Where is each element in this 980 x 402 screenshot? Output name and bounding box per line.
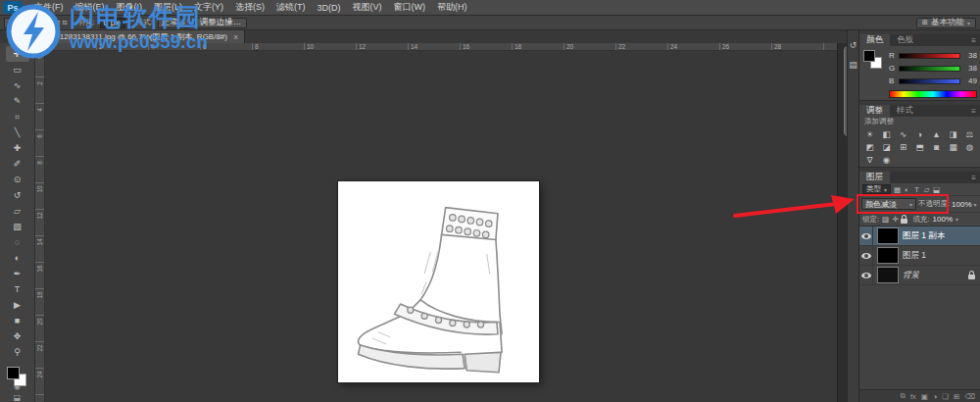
black-white-icon[interactable]: ◩	[861, 140, 878, 153]
history-panel-icon[interactable]: ↺	[850, 40, 858, 50]
layer-name[interactable]: 图层 1	[903, 250, 926, 262]
menu-item[interactable]: 文件(F)	[28, 0, 70, 15]
shape-filter-icon[interactable]: ▱	[922, 185, 931, 194]
gradient-tool-icon[interactable]: ▧	[6, 219, 29, 234]
panel-menu-icon[interactable]: ≡	[967, 105, 980, 117]
workspace-switcher-button[interactable]: ⊞ 基本功能 ▾	[916, 18, 976, 28]
curves-icon[interactable]: ∿	[895, 127, 911, 140]
gradient-map-icon[interactable]: ∇	[861, 153, 878, 166]
move-tool-icon[interactable]: ✛	[6, 46, 29, 62]
path-selection-tool-icon[interactable]: ▶	[6, 297, 29, 313]
layer-row-layer-1[interactable]: 图层 1	[859, 246, 980, 266]
channel-mixer-icon[interactable]: ⊞	[895, 140, 911, 153]
exposure-icon[interactable]: ◑	[911, 127, 928, 140]
eraser-tool-icon[interactable]: ▱	[6, 203, 29, 219]
pixel-filter-icon[interactable]: ▦	[893, 185, 902, 194]
zoom-tool-icon[interactable]: ⚲	[6, 344, 29, 360]
visibility-cell[interactable]	[859, 246, 873, 265]
dodge-tool-icon[interactable]: ◐	[6, 250, 29, 266]
layer-row-layer-1-copy[interactable]: 图层 1 副本	[859, 226, 980, 246]
selection-mode-icon[interactable]: ⧉	[48, 18, 54, 27]
foreground-color-swatch[interactable]	[7, 367, 20, 379]
posterize-icon[interactable]: ▦	[945, 140, 961, 153]
lock-all-icon[interactable]	[901, 219, 907, 224]
menu-item[interactable]: 图层(L)	[148, 0, 188, 15]
adjustment-layer-icon[interactable]: ◑	[933, 392, 938, 401]
tool-preset-icon[interactable]: ▭	[4, 18, 20, 28]
refine-edge-button[interactable]: 调整边缘…	[194, 18, 248, 28]
tool-preset-caret-icon[interactable]: ▾	[24, 20, 27, 26]
eyedropper-tool-icon[interactable]: ╲	[6, 125, 29, 140]
properties-panel-icon[interactable]: ▤	[849, 60, 858, 70]
color-balance-icon[interactable]: ⚖	[961, 127, 978, 140]
document-image[interactable]	[338, 181, 539, 382]
menu-item[interactable]: 图像(I)	[111, 0, 149, 15]
delete-layer-icon[interactable]: ⌫	[964, 392, 975, 401]
visibility-cell[interactable]	[859, 266, 873, 284]
panel-menu-icon[interactable]: ≡	[967, 172, 980, 183]
visibility-cell[interactable]	[859, 226, 873, 245]
lock-transparency-icon[interactable]: ▨	[882, 215, 889, 224]
canvas-area[interactable]	[45, 51, 837, 402]
layer-thumbnail[interactable]	[878, 268, 898, 282]
vertical-scrollbar[interactable]	[837, 43, 847, 402]
brush-tool-icon[interactable]: ✐	[6, 156, 29, 172]
color-spectrum-bar[interactable]	[889, 90, 977, 98]
menu-item[interactable]: 选择(S)	[229, 0, 270, 15]
tab-swatches[interactable]: 色板	[890, 34, 920, 46]
tab-layers[interactable]: 图层	[859, 172, 890, 183]
layer-name[interactable]: 背景	[903, 270, 919, 281]
menu-item[interactable]: 文字(Y)	[188, 0, 229, 15]
clone-stamp-tool-icon[interactable]: ⊙	[6, 172, 29, 187]
blend-mode-dropdown[interactable]: 颜色减淡 ▾	[861, 198, 916, 210]
smart-object-filter-icon[interactable]: ⬓	[932, 185, 941, 194]
menu-item[interactable]: 编辑(E)	[70, 0, 111, 15]
menu-item[interactable]: 帮助(H)	[431, 0, 473, 15]
type-tool-icon[interactable]: T	[6, 281, 29, 297]
green-slider[interactable]	[899, 66, 960, 72]
selection-mode-icon[interactable]: ▢	[38, 18, 46, 27]
layer-filter-dropdown[interactable]: 类型 ▾	[862, 184, 891, 194]
tab-color[interactable]: 颜色	[859, 34, 890, 46]
quick-selection-tool-icon[interactable]: ✎	[6, 93, 29, 109]
selection-mode-icon[interactable]: ⧄	[55, 18, 60, 27]
hand-tool-icon[interactable]: ✥	[6, 328, 29, 344]
chevron-down-icon[interactable]: ▾	[956, 216, 958, 223]
tab-styles[interactable]: 样式	[890, 105, 920, 117]
adjustment-filter-icon[interactable]: ◐	[903, 185, 911, 194]
blue-slider[interactable]	[899, 78, 960, 84]
panel-menu-icon[interactable]: ≡	[967, 34, 980, 46]
link-layers-icon[interactable]: ⧉	[901, 391, 906, 401]
menu-item[interactable]: 视图(V)	[347, 0, 388, 15]
color-lookup-icon[interactable]: ⬒	[911, 140, 928, 153]
lock-position-icon[interactable]: ✛	[892, 215, 898, 224]
layer-style-icon[interactable]: fx	[910, 392, 916, 401]
screen-mode-button[interactable]: ⬓	[6, 393, 29, 402]
layer-row-background[interactable]: 背景	[859, 266, 980, 285]
pen-tool-icon[interactable]: ✒	[6, 266, 29, 281]
close-icon[interactable]: ×	[233, 32, 238, 42]
foreground-color-swatch[interactable]	[863, 50, 875, 62]
vibrance-icon[interactable]: ▲	[928, 127, 945, 140]
history-brush-tool-icon[interactable]: ↺	[6, 187, 29, 203]
layer-thumbnail[interactable]	[878, 228, 898, 243]
chevron-down-icon[interactable]: ▾	[974, 201, 977, 208]
tab-adjustments[interactable]: 调整	[859, 105, 890, 117]
menu-item[interactable]: 3D(D)	[312, 0, 347, 15]
red-value[interactable]: 38	[963, 51, 977, 60]
selective-color-icon[interactable]: ◉	[878, 153, 895, 166]
lasso-tool-icon[interactable]: ∿	[6, 77, 29, 93]
blur-tool-icon[interactable]: ◌	[6, 234, 29, 250]
menu-item[interactable]: 窗口(W)	[388, 0, 432, 15]
red-slider[interactable]	[899, 53, 960, 59]
spot-healing-tool-icon[interactable]: ✚	[6, 140, 29, 156]
style-dropdown[interactable]: 正常 ▾	[158, 18, 189, 28]
photo-filter-icon[interactable]: ◪	[878, 140, 895, 153]
new-layer-icon[interactable]: ⊞	[954, 392, 959, 401]
layer-name[interactable]: 图层 1 副本	[903, 230, 945, 242]
shape-tool-icon[interactable]: ■	[6, 313, 29, 328]
menu-item[interactable]: 滤镜(T)	[270, 0, 312, 15]
levels-icon[interactable]: ◧	[878, 127, 895, 140]
feather-input[interactable]: 0 px	[100, 18, 125, 28]
fill-value[interactable]: 100%	[933, 215, 953, 224]
